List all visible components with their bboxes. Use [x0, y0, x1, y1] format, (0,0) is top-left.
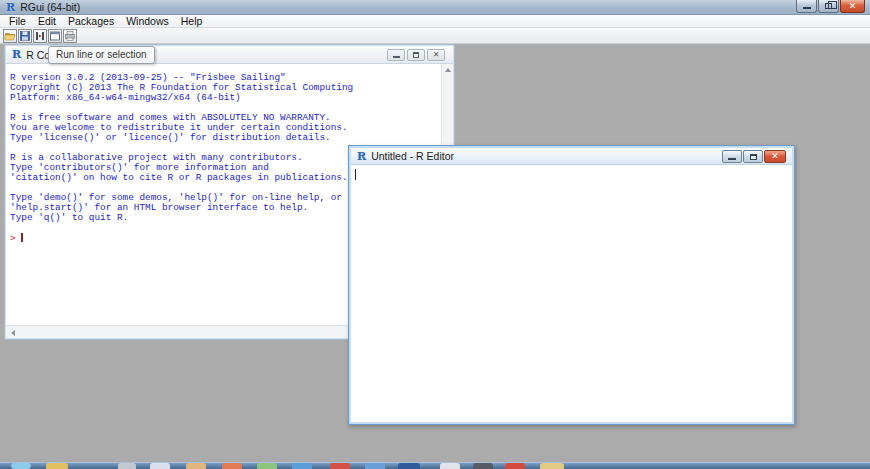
restore-icon — [413, 52, 419, 58]
editor-close-button[interactable]: ✕ — [764, 150, 786, 163]
app-red2-icon[interactable] — [505, 463, 525, 469]
editor-r-icon: R — [357, 151, 366, 162]
open-folder-icon — [4, 30, 16, 42]
explorer-folder-icon[interactable] — [46, 463, 68, 469]
close-icon: ✕ — [433, 51, 440, 59]
console-restore-button[interactable] — [407, 49, 425, 61]
scroll-up-icon[interactable] — [445, 68, 451, 72]
console-line: Platform: x86_64-w64-mingw32/x64 (64-bit… — [10, 93, 441, 103]
menu-file[interactable]: File — [3, 15, 32, 28]
editor-minimize-button[interactable] — [722, 150, 742, 163]
save-disk-icon — [19, 30, 31, 42]
editor-window: R Untitled - R Editor ✕ — [348, 145, 795, 425]
main-titlebar[interactable]: R RGui (64-bit) ✕ — [0, 0, 870, 15]
print-button[interactable] — [63, 29, 77, 43]
editor-titlebar[interactable]: R Untitled - R Editor ✕ — [351, 148, 792, 165]
console-caret — [21, 233, 23, 242]
restore-icon — [825, 3, 832, 9]
restore-icon — [750, 154, 757, 160]
editor-restore-button[interactable] — [743, 150, 763, 163]
minimize-icon — [803, 7, 811, 9]
run-line-icon — [34, 30, 46, 42]
app-tan-folder-icon[interactable] — [186, 463, 206, 469]
taskbar[interactable] — [0, 462, 870, 469]
close-icon: ✕ — [771, 152, 779, 161]
main-window-controls: ✕ — [795, 0, 865, 13]
console-r-icon: R — [12, 49, 21, 60]
return-to-console-button[interactable] — [48, 29, 62, 43]
close-button[interactable]: ✕ — [840, 0, 865, 13]
minimize-icon — [728, 158, 736, 160]
editor-caret — [355, 169, 356, 180]
console-minimize-button[interactable] — [387, 49, 405, 61]
app-green-icon[interactable] — [257, 463, 277, 469]
menu-edit[interactable]: Edit — [32, 15, 62, 28]
menu-packages[interactable]: Packages — [62, 15, 120, 28]
app-dark-multicolor-icon[interactable] — [473, 463, 493, 469]
app-red-circle-icon[interactable] — [330, 463, 350, 469]
editor-text-area[interactable] — [351, 165, 792, 422]
editor-title: Untitled - R Editor — [371, 150, 454, 162]
console-window-icon — [49, 30, 61, 42]
console-close-button[interactable]: ✕ — [427, 49, 445, 61]
start-orb-icon[interactable] — [11, 462, 31, 469]
rgui-folder-active-icon[interactable] — [540, 463, 564, 469]
menubar: File Edit Packages Windows Help — [0, 15, 870, 28]
close-icon: ✕ — [849, 2, 857, 11]
open-script-button[interactable] — [3, 29, 17, 43]
console-line: Type 'license()' or 'licence()' for dist… — [10, 133, 441, 143]
restore-button[interactable] — [818, 0, 839, 13]
app-orange-icon[interactable] — [222, 463, 242, 469]
app-window-icon[interactable] — [150, 463, 170, 469]
menu-windows[interactable]: Windows — [120, 15, 175, 28]
minimize-button[interactable] — [796, 0, 817, 13]
run-line-or-selection-button[interactable] — [33, 29, 47, 43]
app-blue-circle-icon[interactable] — [292, 463, 312, 469]
printer-icon — [64, 30, 76, 42]
scroll-left-icon[interactable] — [11, 330, 15, 336]
app-gray-icon[interactable] — [118, 463, 136, 469]
minimize-icon — [393, 56, 400, 58]
main-window-title: RGui (64-bit) — [20, 1, 80, 13]
app-white-icon[interactable] — [440, 463, 460, 469]
app-blue-ring-icon[interactable] — [365, 463, 385, 469]
editor-window-controls: ✕ — [721, 150, 786, 163]
word-icon[interactable] — [398, 463, 420, 469]
console-window-controls: ✕ — [385, 49, 445, 61]
screen: { "app": { "title": "RGui (64-bit)", "me… — [0, 0, 870, 469]
r-logo-icon: R — [6, 2, 15, 13]
toolbar — [0, 28, 870, 44]
menu-help[interactable]: Help — [175, 15, 209, 28]
tooltip: Run line or selection — [48, 46, 155, 64]
save-script-button[interactable] — [18, 29, 32, 43]
